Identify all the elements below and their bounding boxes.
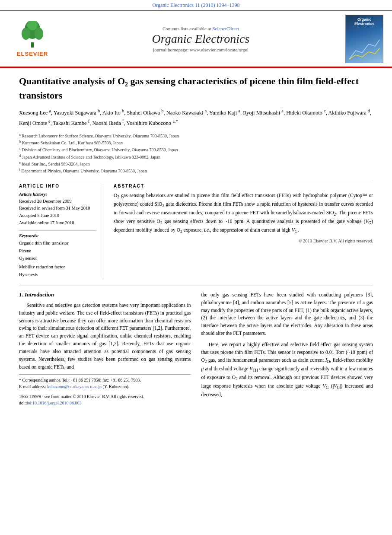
cover-chart-icon [347, 35, 382, 61]
body-col-left: 1. Introduction Sensitive and selective … [19, 291, 191, 406]
issn-text: 1566-1199/$ - see front matter © 2010 El… [19, 393, 191, 400]
journal-title: Organic Electronics [63, 32, 338, 46]
footnote-email: E-mail address: kubozono@cc.okayama-u.ac… [19, 383, 191, 390]
affil-c: c Division of Chemistry and Biochemistry… [19, 146, 373, 153]
available-date: Available online 17 June 2010 [19, 220, 96, 227]
email-suffix: (Y. Kubozono). [103, 384, 130, 389]
elsevier-wordmark: ELSEVIER [17, 51, 48, 57]
kw-4: Mobility reduction factor [19, 263, 96, 271]
received-date: Received 28 December 2009 [19, 198, 96, 205]
kw-2: Picene [19, 247, 96, 255]
divider-2 [19, 286, 373, 286]
kw-1: Organic thin film transistor [19, 239, 96, 247]
contents-available: Contents lists available at ScienceDirec… [63, 26, 338, 31]
affil-d: d Japan Advanced Institute of Science an… [19, 153, 373, 160]
affil-b: b Kuramoto Seisakukan Co. Ltd., Kurihara… [19, 139, 373, 146]
doi-link[interactable]: doi:10.1016/j.orgel.2010.06.003 [26, 401, 82, 405]
affil-e: e Ideal Star Inc., Sendai 989-3204, Japa… [19, 160, 373, 167]
kw-3: O2 sensor [19, 255, 96, 263]
divider-1 [19, 180, 373, 180]
body-col-right: the only gas sensing FETs have been stud… [201, 291, 373, 406]
article-title: Quantitative analysis of O2 gas sensing … [19, 75, 373, 102]
main-content: Quantitative analysis of O2 gas sensing … [0, 68, 392, 411]
affiliations: a Research Laboratory for Surface Scienc… [19, 132, 373, 175]
elsevier-tree-icon [19, 21, 45, 49]
affil-a: a Research Laboratory for Surface Scienc… [19, 132, 373, 139]
header-center: Contents lists available at ScienceDirec… [63, 26, 338, 52]
doi-text: doi:doi:10.1016/j.orgel.2010.06.003 [19, 400, 191, 406]
svg-point-2 [22, 28, 30, 40]
kw-5: Hysteresis [19, 271, 96, 279]
intro-para-3: Here, we report a highly effective and s… [201, 341, 373, 399]
svg-point-3 [35, 28, 43, 40]
journal-reference: Organic Electronics 11 (2010) 1394–1398 [153, 2, 240, 8]
article-info-panel: ARTICLE INFO Article history: Received 2… [19, 184, 103, 279]
cover-decoration [346, 32, 383, 63]
cover-journal-name: OrganicElectronics [354, 17, 374, 26]
header-section: ELSEVIER Contents lists available at Sci… [0, 10, 392, 68]
intro-title: 1. Introduction [19, 291, 191, 298]
elsevier-logo-area: ELSEVIER [9, 21, 56, 57]
abstract-title: ABSTRACT [114, 184, 373, 188]
info-abstract-section: ARTICLE INFO Article history: Received 2… [19, 184, 373, 279]
issn-line: 1566-1199/$ - see front matter © 2010 El… [19, 393, 191, 406]
email-address: kubozono@cc.okayama-u.ac.jp [47, 384, 102, 389]
journal-cover: OrganicElectronics [345, 15, 383, 63]
affil-f: f Department of Physics, Okayama Univers… [19, 167, 373, 174]
top-bar: Organic Electronics 11 (2010) 1394–1398 [0, 0, 392, 10]
accepted-date: Accepted 5 June 2010 [19, 212, 96, 220]
revised-date: Received in revised form 31 May 2010 [19, 205, 96, 212]
body-columns: 1. Introduction Sensitive and selective … [19, 291, 373, 406]
footnote-section: * Corresponding author. Tel.: +81 86 251… [19, 374, 191, 390]
svg-rect-0 [31, 42, 34, 48]
info-divider [19, 230, 96, 231]
intro-para-1: Sensitive and selective gas detection sy… [19, 302, 191, 371]
homepage-line: journal homepage: www.elsevier.com/locat… [63, 47, 338, 52]
contents-label: Contents lists available at [163, 26, 211, 31]
sciencedirect-link[interactable]: ScienceDirect [212, 26, 239, 31]
keywords-label: Keywords: [19, 233, 96, 238]
copyright-notice: © 2010 Elsevier B.V. All rights reserved… [114, 239, 373, 243]
authors-line: Xuesong Lee a, Yasuyuki Sugawara b, Akio… [19, 107, 373, 128]
footnote-corresponding: * Corresponding author. Tel.: +81 86 251… [19, 377, 191, 383]
title-text-part1: Quantitative analysis of O [19, 76, 125, 86]
abstract-panel: ABSTRACT O2 gas sensing behaviors are st… [114, 184, 373, 279]
intro-para-2: the only gas sensing FETs have been stud… [201, 291, 373, 338]
article-info-title: ARTICLE INFO [19, 184, 96, 188]
email-label: E-mail address: [19, 384, 46, 389]
abstract-text: O2 gas sensing behaviors are studied in … [114, 192, 373, 236]
history-label: Article history: [19, 192, 96, 197]
